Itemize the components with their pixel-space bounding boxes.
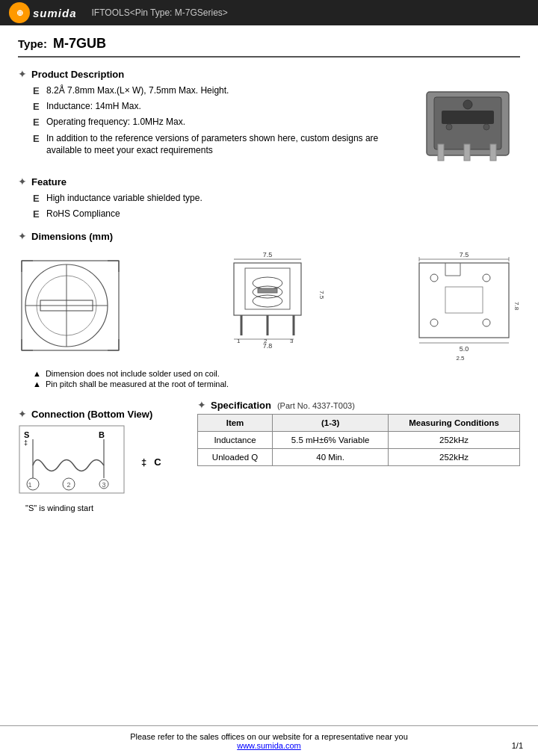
svg-text:2: 2: [264, 338, 268, 344]
connection-diagram-row: S ‡ B 2: [18, 424, 182, 499]
c-label: C: [154, 456, 161, 468]
svg-text:B: B: [99, 430, 105, 439]
svg-text:7.5: 7.5: [460, 251, 469, 258]
specification-area: ✦ Specification (Part No. 4337-T003) Ite…: [197, 399, 520, 512]
list-item: E High inductance variable shielded type…: [33, 192, 520, 205]
svg-rect-30: [258, 288, 277, 293]
drawings-container: 7.5 7.5 7.8 1 2 3: [18, 247, 520, 365]
svg-text:2.5: 2.5: [456, 355, 465, 362]
spec-table: Item (1-3) Measuring Conditions Inductan…: [197, 414, 520, 466]
spec-q-value: 40 Min.: [273, 449, 389, 466]
header-title: IFTOOLS<Pin Type: M-7GSeries>: [92, 7, 228, 18]
connection-header: ✦ Connection (Bottom View): [18, 408, 182, 420]
feature-title: Feature: [31, 176, 67, 188]
spec-inductance-label: Inductance: [198, 432, 273, 449]
bottom-section: ✦ Connection (Bottom View) S ‡ B: [18, 399, 520, 512]
svg-text:3: 3: [290, 338, 294, 344]
page-header: ⊕ sumida IFTOOLS<Pin Type: M-7GSeries>: [0, 0, 538, 25]
drawing-bottom: 7.5 7.8 5.0 2.5: [404, 250, 520, 362]
dimensions-header: ✦ Dimensions (mm): [18, 230, 520, 242]
ground-symbol: ‡: [141, 456, 146, 468]
section-marker-2: ✦: [18, 176, 27, 188]
svg-text:‡: ‡: [24, 439, 28, 447]
dimensions-title: Dimensions (mm): [31, 231, 113, 242]
svg-point-6: [463, 100, 472, 109]
dimension-notes: ▲ Dimension does not include solder used…: [18, 369, 520, 388]
svg-text:5.0: 5.0: [460, 345, 469, 353]
list-item: ▲ Pin pitch shall be measured at the roo…: [33, 379, 520, 388]
page-number: 1/1: [512, 741, 523, 750]
svg-text:1: 1: [237, 338, 241, 344]
logo-area: ⊕ sumida: [9, 2, 77, 23]
type-value: M-7GUB: [53, 36, 106, 52]
svg-point-46: [483, 274, 490, 282]
product-image: [415, 77, 520, 167]
product-desc-left: E 8.2Å 7.8mm Max.(L× W), 7.5mm Max. Heig…: [18, 84, 408, 167]
product-desc-title: Product Description: [31, 69, 124, 80]
spec-q-conditions: 252kHz: [389, 449, 520, 466]
list-item: ▲ Dimension does not include solder used…: [33, 369, 520, 378]
product-desc-layout: E 8.2Å 7.8mm Max.(L× W), 7.5mm Max. Heig…: [18, 84, 520, 167]
spec-header-conditions: Measuring Conditions: [389, 415, 520, 432]
main-content: Type: M-7GUB ✦ Product Description E 8.2…: [0, 25, 538, 520]
svg-text:3: 3: [102, 481, 105, 489]
svg-point-47: [430, 319, 438, 326]
spec-header: ✦ Specification (Part No. 4337-T003): [197, 399, 520, 411]
svg-point-8: [483, 124, 489, 130]
spec-q-label: Unloaded Q: [198, 449, 273, 466]
svg-point-27: [253, 277, 282, 289]
svg-text:2: 2: [67, 481, 70, 489]
winding-note: "S" is winding start: [25, 504, 182, 512]
section-marker-5: ✦: [197, 399, 206, 411]
svg-text:7.5: 7.5: [318, 291, 325, 300]
logo-icon: ⊕: [9, 2, 30, 23]
connection-area: ✦ Connection (Bottom View) S ‡ B: [18, 399, 182, 512]
drawing-front: [18, 257, 134, 354]
svg-point-29: [253, 295, 282, 307]
section-marker-3: ✦: [18, 230, 27, 242]
spec-header-item: Item: [198, 415, 273, 432]
list-item: E In addition to the reference versions …: [33, 132, 408, 158]
svg-rect-4: [464, 144, 470, 161]
feature-header: ✦ Feature: [18, 176, 520, 188]
page-footer: Please refer to the sales offices on our…: [0, 725, 538, 756]
svg-rect-3: [438, 144, 444, 161]
svg-rect-5: [490, 144, 496, 161]
spec-part-note: (Part No. 4337-T003): [277, 401, 355, 410]
brand-name: sumida: [33, 7, 77, 19]
section-marker-1: ✦: [18, 68, 27, 80]
svg-point-7: [446, 124, 452, 130]
footer-text: Please refer to the sales offices on our…: [6, 732, 532, 741]
type-label: Type:: [18, 37, 47, 50]
section-marker-4: ✦: [18, 408, 27, 420]
spec-inductance-value: 5.5 mH±6% Variable: [273, 432, 389, 449]
svg-text:7.5: 7.5: [262, 251, 272, 258]
list-item: E RoHS Compliance: [33, 208, 520, 221]
table-row: Unloaded Q 40 Min. 252kHz: [198, 449, 520, 466]
spec-title: Specification: [211, 400, 271, 411]
drawing-side: 7.5 7.5 7.8 1 2 3: [204, 250, 335, 362]
connection-title: Connection (Bottom View): [31, 409, 152, 420]
list-item: E Operating frequency: 1.0MHz Max.: [33, 116, 408, 129]
connection-svg: S ‡ B 2: [18, 424, 134, 499]
svg-point-48: [483, 319, 490, 326]
footer-link[interactable]: www.sumida.com: [237, 741, 301, 750]
list-item: E 8.2Å 7.8mm Max.(L× W), 7.5mm Max. Heig…: [33, 84, 408, 98]
svg-rect-2: [442, 111, 494, 124]
svg-rect-49: [445, 287, 483, 313]
svg-point-45: [430, 274, 438, 282]
type-line: Type: M-7GUB: [18, 36, 520, 58]
spec-inductance-conditions: 252kHz: [389, 432, 520, 449]
svg-text:S: S: [24, 430, 29, 439]
table-row: Inductance 5.5 mH±6% Variable 252kHz: [198, 432, 520, 449]
spec-header-value: (1-3): [273, 415, 389, 432]
list-item: E Inductance: 14mH Max.: [33, 100, 408, 114]
svg-text:1: 1: [28, 481, 31, 489]
svg-text:7.8: 7.8: [513, 302, 520, 311]
